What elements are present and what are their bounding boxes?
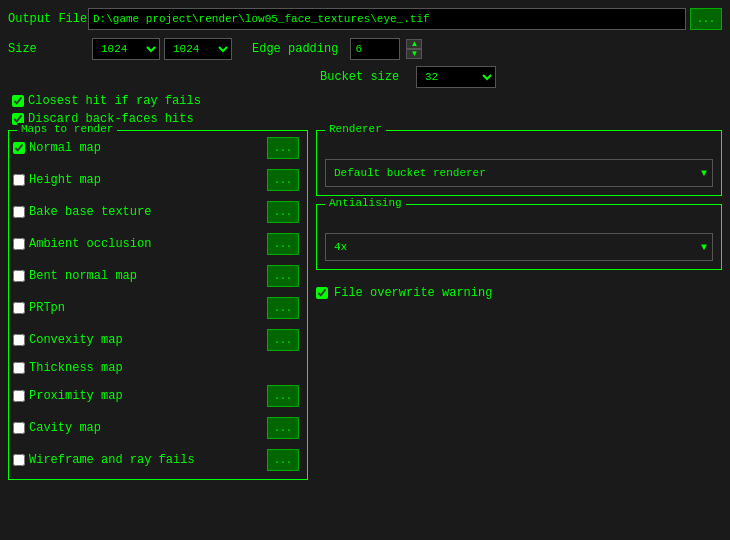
map-checkbox-1[interactable] (13, 174, 25, 186)
map-checkbox-10[interactable] (13, 454, 25, 466)
maps-list[interactable]: Normal map...Height map...Bake base text… (13, 135, 303, 475)
spinner-up[interactable]: ▲ (406, 39, 422, 49)
map-item: Bake base texture... (13, 199, 299, 225)
edge-padding-label: Edge padding (252, 42, 338, 56)
map-item-left: Thickness map (13, 361, 123, 375)
map-item-left: Normal map (13, 141, 101, 155)
main-container: Output File ... Size 1024 512 2048 4096 … (0, 0, 730, 540)
map-item-left: Bent normal map (13, 269, 137, 283)
map-btn-4[interactable]: ... (267, 265, 299, 287)
map-item: Ambient occlusion... (13, 231, 299, 257)
map-item: Proximity map... (13, 383, 299, 409)
renderer-panel-title: Renderer (325, 123, 386, 135)
map-item-left: Proximity map (13, 389, 123, 403)
map-btn-9[interactable]: ... (267, 417, 299, 439)
map-checkbox-9[interactable] (13, 422, 25, 434)
maps-panel: Maps to render Normal map...Height map..… (8, 130, 308, 480)
map-label-7: Thickness map (29, 361, 123, 375)
spinner-down[interactable]: ▼ (406, 49, 422, 59)
map-label-3: Ambient occlusion (29, 237, 151, 251)
map-checkbox-4[interactable] (13, 270, 25, 282)
size-select-2[interactable]: 1024 512 2048 4096 (164, 38, 232, 60)
output-file-row: Output File ... (8, 8, 722, 30)
closest-hit-checkbox[interactable] (12, 95, 24, 107)
map-label-0: Normal map (29, 141, 101, 155)
antialising-panel-title: Antialising (325, 197, 406, 209)
closest-hit-row: Closest hit if ray fails (12, 94, 722, 108)
size-select-1[interactable]: 1024 512 2048 4096 (92, 38, 160, 60)
map-item: Height map... (13, 167, 299, 193)
output-path-input[interactable] (88, 8, 686, 30)
map-btn-0[interactable]: ... (267, 137, 299, 159)
map-item-left: Cavity map (13, 421, 101, 435)
map-item-left: Bake base texture (13, 205, 151, 219)
map-item: Convexity map... (13, 327, 299, 353)
maps-panel-title: Maps to render (17, 123, 117, 135)
antialising-select[interactable]: 4x 2x 8x (325, 233, 713, 261)
map-checkbox-2[interactable] (13, 206, 25, 218)
map-btn-5[interactable]: ... (267, 297, 299, 319)
renderer-select-wrapper: Default bucket renderer ▼ (325, 151, 713, 187)
map-label-1: Height map (29, 173, 101, 187)
map-label-2: Bake base texture (29, 205, 151, 219)
map-label-6: Convexity map (29, 333, 123, 347)
map-item-left: Wireframe and ray fails (13, 453, 195, 467)
renderer-select[interactable]: Default bucket renderer (325, 159, 713, 187)
map-item-left: Ambient occlusion (13, 237, 151, 251)
map-label-9: Cavity map (29, 421, 101, 435)
output-file-label: Output File (8, 12, 88, 26)
map-item: Bent normal map... (13, 263, 299, 289)
map-label-4: Bent normal map (29, 269, 137, 283)
bucket-size-select[interactable]: 32 16 64 128 (416, 66, 496, 88)
antialising-select-wrapper: 4x 2x 8x ▼ (325, 225, 713, 261)
map-checkbox-8[interactable] (13, 390, 25, 402)
map-checkbox-5[interactable] (13, 302, 25, 314)
renderer-panel: Renderer Default bucket renderer ▼ (316, 130, 722, 196)
map-btn-3[interactable]: ... (267, 233, 299, 255)
map-btn-6[interactable]: ... (267, 329, 299, 351)
map-btn-1[interactable]: ... (267, 169, 299, 191)
file-overwrite-checkbox[interactable] (316, 287, 328, 299)
bucket-size-label: Bucket size (320, 70, 400, 84)
map-item: Wireframe and ray fails... (13, 447, 299, 473)
edge-padding-spinner: ▲ ▼ (406, 39, 422, 59)
file-overwrite-label: File overwrite warning (334, 286, 492, 300)
map-item: Thickness map (13, 359, 299, 377)
map-label-10: Wireframe and ray fails (29, 453, 195, 467)
edge-padding-input[interactable] (350, 38, 400, 60)
map-checkbox-7[interactable] (13, 362, 25, 374)
map-item-left: Height map (13, 173, 101, 187)
map-btn-2[interactable]: ... (267, 201, 299, 223)
bucket-row: Bucket size 32 16 64 128 (8, 66, 722, 88)
map-checkbox-0[interactable] (13, 142, 25, 154)
file-overwrite-row: File overwrite warning (316, 286, 722, 300)
map-btn-10[interactable]: ... (267, 449, 299, 471)
output-browse-button[interactable]: ... (690, 8, 722, 30)
map-checkbox-6[interactable] (13, 334, 25, 346)
antialising-panel: Antialising 4x 2x 8x ▼ (316, 204, 722, 270)
size-label: Size (8, 42, 88, 56)
right-panel: Renderer Default bucket renderer ▼ Antia… (316, 130, 722, 480)
map-item: Normal map... (13, 135, 299, 161)
content-row: Maps to render Normal map...Height map..… (8, 130, 722, 480)
map-item: PRTpn... (13, 295, 299, 321)
map-btn-8[interactable]: ... (267, 385, 299, 407)
map-checkbox-3[interactable] (13, 238, 25, 250)
map-label-5: PRTpn (29, 301, 65, 315)
closest-hit-label: Closest hit if ray fails (28, 94, 201, 108)
map-label-8: Proximity map (29, 389, 123, 403)
map-item-left: PRTpn (13, 301, 65, 315)
map-item: Cavity map... (13, 415, 299, 441)
size-row: Size 1024 512 2048 4096 1024 512 2048 40… (8, 38, 722, 60)
map-item-left: Convexity map (13, 333, 123, 347)
